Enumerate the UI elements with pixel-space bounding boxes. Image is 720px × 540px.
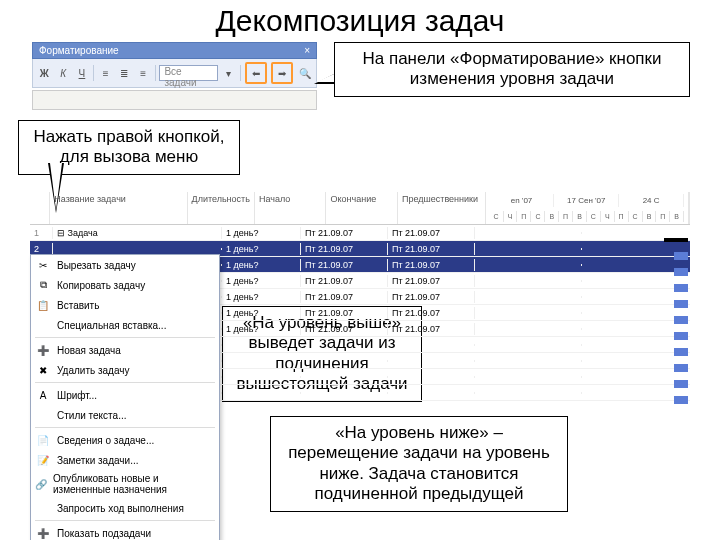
formula-bar[interactable]: [32, 90, 317, 110]
gantt-bar[interactable]: [674, 268, 688, 276]
show-subtasks-icon[interactable]: 🔍: [297, 65, 312, 81]
menu-item[interactable]: 📝Заметки задачи...: [31, 450, 219, 470]
menu-item[interactable]: ✖Удалить задачу: [31, 360, 219, 380]
pred-cell[interactable]: [475, 280, 582, 282]
gantt-day: В: [545, 211, 559, 222]
pred-cell[interactable]: [475, 264, 582, 266]
pred-cell[interactable]: [475, 232, 582, 234]
gantt-day: Ч: [601, 211, 615, 222]
indent-icon: ➡: [274, 65, 290, 81]
menu-icon: [35, 318, 51, 332]
gantt-day: П: [615, 211, 629, 222]
end-cell[interactable]: Пт 21.09.07: [388, 291, 475, 303]
col-name[interactable]: Название задачи: [50, 192, 187, 224]
menu-separator: [35, 520, 215, 521]
duration-cell[interactable]: 1 день?: [222, 291, 301, 303]
menu-label: Удалить задачу: [57, 365, 130, 376]
gantt-bar[interactable]: [674, 284, 688, 292]
align-right-icon[interactable]: ≡: [136, 65, 151, 81]
pred-cell[interactable]: [475, 328, 582, 330]
menu-label: Новая задача: [57, 345, 121, 356]
menu-item[interactable]: 📄Сведения о задаче...: [31, 430, 219, 450]
menu-item[interactable]: 📋Вставить: [31, 295, 219, 315]
toolbar-caption: Форматирование: [39, 45, 119, 56]
menu-icon: ➕: [35, 343, 51, 357]
menu-item[interactable]: AШрифт...: [31, 385, 219, 405]
menu-item[interactable]: ➕Показать подзадачи: [31, 523, 219, 540]
duration-cell[interactable]: 1 день?: [222, 275, 301, 287]
col-start[interactable]: Начало: [255, 192, 327, 224]
gantt-bar[interactable]: [664, 238, 688, 242]
start-cell[interactable]: Пт 21.09.07: [301, 243, 388, 255]
toolbar-caption-bar[interactable]: Форматирование ×: [32, 42, 317, 59]
duration-cell[interactable]: 1 день?: [222, 243, 301, 255]
duration-cell[interactable]: 1 день?: [222, 227, 301, 239]
gantt-bar[interactable]: [674, 364, 688, 372]
gantt-day: В: [670, 211, 684, 222]
start-cell[interactable]: Пт 21.09.07: [301, 323, 388, 335]
gantt-bar[interactable]: [674, 300, 688, 308]
gantt-bar[interactable]: [674, 316, 688, 324]
menu-item[interactable]: Специальная вставка...: [31, 315, 219, 335]
filter-tasks-dropdown[interactable]: Все задачи: [159, 65, 217, 81]
table-row[interactable]: 1⊟ Задача1 день?Пт 21.09.07Пт 21.09.07: [30, 225, 690, 241]
row-id: 1: [30, 227, 53, 239]
end-cell[interactable]: Пт 21.09.07: [388, 323, 475, 335]
italic-icon[interactable]: К: [56, 65, 71, 81]
start-cell[interactable]: Пт 21.09.07: [301, 275, 388, 287]
menu-label: Показать подзадачи: [57, 528, 151, 539]
gantt-bar[interactable]: [674, 332, 688, 340]
task-name-cell[interactable]: ⊟ Задача: [53, 227, 222, 239]
pred-cell[interactable]: [475, 312, 582, 314]
col-duration[interactable]: Длительность: [188, 192, 255, 224]
col-predecessors[interactable]: Предшественники: [398, 192, 486, 224]
row-id: 2: [30, 243, 53, 255]
menu-icon: 📄: [35, 433, 51, 447]
bold-icon[interactable]: Ж: [37, 65, 52, 81]
end-cell[interactable]: Пт 21.09.07: [388, 243, 475, 255]
outdent-button[interactable]: ⬅: [245, 62, 267, 84]
end-cell[interactable]: Пт 21.09.07: [388, 259, 475, 271]
start-cell[interactable]: Пт 21.09.07: [301, 259, 388, 271]
gantt-month: en '07: [490, 194, 555, 207]
col-end[interactable]: Окончание: [326, 192, 398, 224]
outdent-icon: ⬅: [248, 65, 264, 81]
menu-label: Опубликовать новые и измененные назначен…: [53, 473, 213, 495]
align-left-icon[interactable]: ≡: [98, 65, 113, 81]
underline-icon[interactable]: Ч: [75, 65, 90, 81]
menu-label: Вставить: [57, 300, 99, 311]
pred-cell[interactable]: [475, 296, 582, 298]
menu-item[interactable]: ➕Новая задача: [31, 340, 219, 360]
dropdown-icon[interactable]: ▾: [222, 65, 237, 81]
menu-item[interactable]: 🔗Опубликовать новые и измененные назначе…: [31, 470, 219, 498]
menu-icon: 📋: [35, 298, 51, 312]
menu-separator: [35, 427, 215, 428]
duration-cell[interactable]: 1 день?: [222, 323, 301, 335]
duration-cell[interactable]: 1 день?: [222, 259, 301, 271]
duration-cell[interactable]: 1 день?: [222, 307, 301, 319]
end-cell[interactable]: Пт 21.09.07: [388, 275, 475, 287]
end-cell[interactable]: Пт 21.09.07: [388, 227, 475, 239]
gantt-bar[interactable]: [674, 252, 688, 260]
align-center-icon[interactable]: ≣: [117, 65, 132, 81]
menu-item[interactable]: ⧉Копировать задачу: [31, 275, 219, 295]
menu-item[interactable]: Стили текста...: [31, 405, 219, 425]
start-cell[interactable]: Пт 21.09.07: [301, 307, 388, 319]
gantt-month: 24 С: [619, 194, 684, 207]
indent-button[interactable]: ➡: [271, 62, 293, 84]
task-name-cell[interactable]: [53, 248, 222, 250]
gantt-bar[interactable]: [674, 348, 688, 356]
start-cell[interactable]: Пт 21.09.07: [301, 291, 388, 303]
gantt-bar[interactable]: [674, 396, 688, 404]
gantt-bar[interactable]: [674, 380, 688, 388]
menu-item[interactable]: Запросить ход выполнения: [31, 498, 219, 518]
menu-icon: ✖: [35, 363, 51, 377]
gantt-day: П: [517, 211, 531, 222]
gantt-day: Ч: [504, 211, 518, 222]
menu-item[interactable]: ✂Вырезать задачу: [31, 255, 219, 275]
menu-label: Вырезать задачу: [57, 260, 136, 271]
close-icon[interactable]: ×: [304, 45, 310, 56]
pred-cell[interactable]: [475, 248, 582, 250]
end-cell[interactable]: Пт 21.09.07: [388, 307, 475, 319]
start-cell[interactable]: Пт 21.09.07: [301, 227, 388, 239]
